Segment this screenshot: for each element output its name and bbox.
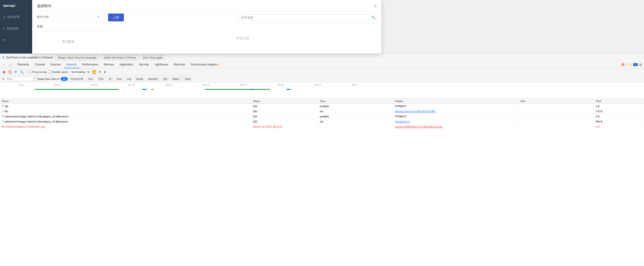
system-icon: ≡	[3, 27, 5, 30]
col-type[interactable]: Type	[318, 99, 393, 104]
row2-time: 732 B	[594, 109, 644, 114]
filter-tag-ws[interactable]: WS	[161, 77, 170, 81]
dont-show-again-button[interactable]: Don't show again	[141, 55, 165, 60]
timeline-bar-2	[142, 89, 147, 90]
elements-icon-btn[interactable]: ⋮	[2, 62, 7, 67]
error-badge: ❌ 7	[621, 63, 626, 66]
tick-400ms: 400 ms	[277, 84, 284, 86]
invert-checkbox[interactable]	[34, 77, 37, 80]
more-filters-button[interactable]: More filters ▾	[45, 77, 60, 80]
sidebar-item-domain[interactable]: ⊙ 域名管理	[0, 11, 32, 23]
tab-memory[interactable]: Memory	[101, 61, 117, 68]
col-size[interactable]: Size	[518, 99, 594, 104]
wifi-icon-btn[interactable]: 📶	[92, 70, 96, 74]
preserve-log-checkbox[interactable]	[28, 70, 31, 73]
add-category-button[interactable]: +	[97, 15, 100, 19]
filter-tag-manifest[interactable]: Manifest	[146, 77, 160, 81]
match-language-button[interactable]: Always match Chrome's language	[56, 55, 99, 60]
tab-console[interactable]: Console	[32, 61, 48, 68]
row2-initiator-link[interactable]: element-plus.js?v=94ce3bc9:57905	[395, 110, 436, 113]
stop-recording-button[interactable]: ⏺	[2, 70, 6, 74]
tick-500ms: 500 m	[352, 84, 358, 86]
row2-initiator: element-plus.js?v=94ce3bc9:57905	[393, 109, 518, 114]
tab-lighthouse[interactable]: Lighthouse	[152, 61, 171, 68]
table-row[interactable]: ☐ file 204 preflight Preflight ℹ 0 B	[0, 104, 644, 109]
clear-button[interactable]: 🚫	[8, 70, 12, 74]
modal-body: 附件分类 + 全部 暂无数据 上传 🔍 加载失败	[32, 11, 381, 53]
tab-sources[interactable]: Sources	[48, 61, 64, 68]
table-row[interactable]: ⟨⟩ file 200 xhr element-plus.js?v=94ce3b…	[0, 109, 644, 114]
row1-size	[518, 104, 594, 109]
upload-button[interactable]: 上传	[108, 14, 124, 22]
category-all[interactable]: 全部	[32, 22, 104, 30]
row1-name: ☐ file	[0, 104, 251, 109]
tab-security[interactable]: Security	[136, 61, 152, 68]
import-button[interactable]: ⬆	[98, 70, 102, 74]
row4-initiator: request.ts:71	[393, 119, 518, 124]
row3-time: 0 B	[594, 114, 644, 119]
sidebar-item-system[interactable]: ≡ 系统管理	[0, 23, 32, 34]
modal-close-button[interactable]: ×	[374, 4, 377, 8]
preserve-log-label: Preserve log	[28, 70, 46, 73]
devtools-badges: ❌ 7 ⚠ 4 11 ⚙	[621, 63, 642, 66]
throttle-select[interactable]: No throttling	[70, 70, 90, 74]
disable-cache-label: Disable cache	[48, 70, 68, 73]
devtools-tab-icons: ⋮ ⬚	[2, 62, 13, 67]
tick-100ms: 100 ms	[54, 84, 60, 86]
tab-application[interactable]: Application	[117, 61, 136, 68]
network-table-container: Name Status Type Initiator Size Time ☐ f…	[0, 99, 644, 266]
modal-toolbar: 上传 🔍	[104, 11, 381, 24]
filter-toggle-button[interactable]: ▼	[14, 70, 18, 74]
devtools-settings-button[interactable]: ⚙	[639, 63, 642, 66]
filter-text-input[interactable]	[5, 77, 33, 81]
filter-tag-img[interactable]: Img	[125, 77, 133, 81]
export-button[interactable]: ⬇	[103, 70, 107, 74]
modal-left-panel: 附件分类 + 全部 暂无数据	[32, 11, 104, 53]
sidebar-item-arrow[interactable]: ⇌	[0, 34, 32, 46]
disable-cache-checkbox[interactable]	[48, 70, 51, 73]
row5-error-icon: ✖	[2, 125, 4, 128]
search-box: 🔍	[238, 14, 378, 21]
filter-tag-other[interactable]: Other	[182, 77, 193, 81]
tab-recorder[interactable]: Recorder	[171, 61, 188, 68]
row2-icon: ⟨⟩	[2, 110, 4, 113]
row5-type	[318, 124, 393, 129]
filename-search-input[interactable]	[238, 14, 378, 21]
toolbar-divider1	[26, 70, 26, 74]
row3-name: ☐ attachments?page=1&limit=12&category_i…	[0, 114, 251, 119]
table-row[interactable]: ✖ 2025DHVGBpr5cv1736909557.png (failed) …	[0, 124, 644, 129]
tick-350ms: 350 ms	[240, 84, 247, 86]
sidebar-logo: openapi	[0, 0, 32, 11]
left-divider	[32, 22, 104, 22]
filter-tag-js[interactable]: JS	[106, 77, 114, 81]
search-button[interactable]: 🔍	[19, 70, 24, 74]
filter-tag-doc[interactable]: Doc	[86, 77, 95, 81]
filter-tag-css[interactable]: CSS	[96, 77, 106, 81]
row4-initiator-link[interactable]: request.ts:71	[395, 120, 410, 123]
table-header-row: Name Status Type Initiator Size Time	[0, 99, 644, 104]
table-row[interactable]: ⟨⟩ attachments?page=1&limit=12&category_…	[0, 119, 644, 124]
switch-chinese-button[interactable]: Switch DevTools to Chinese	[102, 55, 138, 60]
tab-perf-insights[interactable]: Performance insights ⚡	[188, 61, 223, 68]
filter-tag-all[interactable]: All	[61, 77, 68, 81]
col-name[interactable]: Name	[0, 99, 251, 104]
filter-tag-fetch[interactable]: Fetch/XHR	[69, 77, 86, 81]
invert-label: Invert	[34, 77, 44, 80]
col-time[interactable]: Time	[594, 99, 644, 104]
filter-tag-wasm[interactable]: Wasm	[170, 77, 182, 81]
tab-performance[interactable]: Performance	[80, 61, 101, 68]
tick-300ms: 300 ms	[202, 84, 210, 86]
inspect-icon-btn[interactable]: ⬚	[8, 62, 13, 67]
tab-network[interactable]: Network	[64, 61, 80, 68]
tab-elements[interactable]: Elements	[15, 61, 32, 68]
filter-tag-font[interactable]: Font	[114, 77, 124, 81]
row5-initiator-link[interactable]: chunk-UQWBJQZ5.js?v=94ce3bc9:11141	[395, 125, 443, 128]
row3-status: 204	[251, 114, 318, 119]
row4-time: 900 B	[594, 119, 644, 124]
table-row[interactable]: ☐ attachments?page=1&limit=12&category_i…	[0, 114, 644, 119]
row1-status: 204	[251, 104, 318, 109]
filter-tag-media[interactable]: Media	[134, 77, 145, 81]
col-initiator[interactable]: Initiator	[393, 99, 518, 104]
col-status[interactable]: Status	[251, 99, 318, 104]
row4-size	[518, 119, 594, 124]
